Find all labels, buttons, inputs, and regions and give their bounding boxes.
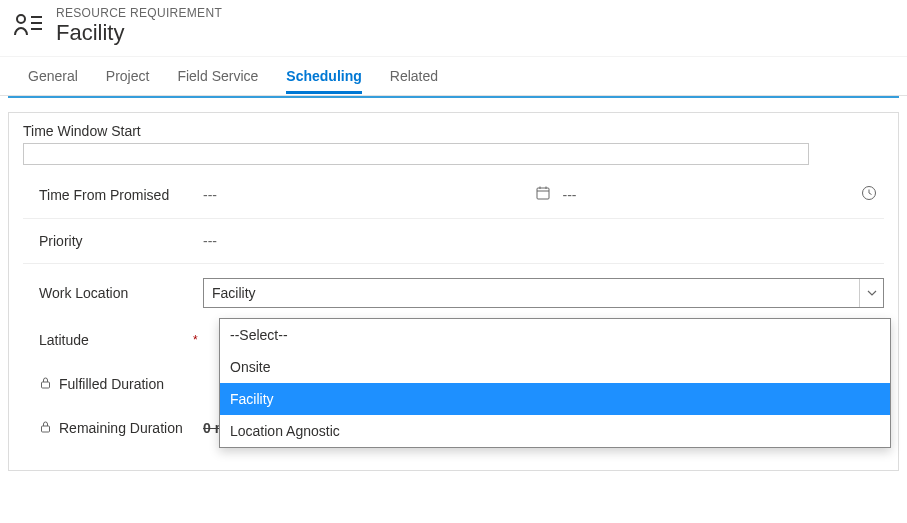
latitude-label-text: Latitude <box>39 332 89 348</box>
remaining-duration-text: Remaining Duration <box>59 420 183 436</box>
tab-field-service[interactable]: Field Service <box>177 58 258 94</box>
row-time-from-promised: Time From Promised --- --- <box>23 171 884 219</box>
form-panel: Time Window Start Time From Promised ---… <box>8 112 899 471</box>
row-priority: Priority --- <box>23 219 884 264</box>
work-location-label: Work Location <box>23 285 203 301</box>
tab-underline <box>8 96 899 98</box>
work-location-option-onsite[interactable]: Onsite <box>220 351 890 383</box>
work-location-option-location-agnostic[interactable]: Location Agnostic <box>220 415 890 447</box>
priority-label: Priority <box>23 233 203 249</box>
work-location-dropdown[interactable]: --Select-- Onsite Facility Location Agno… <box>219 318 891 448</box>
latitude-label: Latitude * <box>23 332 203 348</box>
row-work-location: Work Location Facility <box>23 264 884 318</box>
page-title: Facility <box>56 20 222 46</box>
work-location-option-select[interactable]: --Select-- <box>220 319 890 351</box>
time-from-promised-time-value: --- <box>563 187 577 203</box>
required-indicator: * <box>193 333 198 347</box>
time-from-promised-date-value: --- <box>203 187 217 203</box>
work-location-select[interactable]: Facility <box>203 278 884 308</box>
work-location-selected: Facility <box>204 285 859 301</box>
lock-icon <box>39 420 53 436</box>
fulfilled-duration-text: Fulfilled Duration <box>59 376 164 392</box>
clock-icon[interactable] <box>861 185 877 204</box>
tab-project[interactable]: Project <box>106 58 150 94</box>
time-window-start-label: Time Window Start <box>23 123 884 139</box>
chevron-down-icon[interactable] <box>859 279 883 307</box>
resource-requirement-icon <box>12 9 44 44</box>
remaining-duration-label: Remaining Duration <box>23 420 203 436</box>
time-from-promised-label: Time From Promised <box>23 187 203 203</box>
svg-point-0 <box>17 15 25 23</box>
time-window-start-input[interactable] <box>23 143 809 165</box>
tab-scheduling[interactable]: Scheduling <box>286 58 361 94</box>
tab-related[interactable]: Related <box>390 58 438 94</box>
priority-value: --- <box>203 233 884 249</box>
page-header: RESOURCE REQUIREMENT Facility <box>0 0 907 56</box>
fulfilled-duration-label: Fulfilled Duration <box>23 376 203 392</box>
svg-rect-9 <box>42 382 50 388</box>
tab-general[interactable]: General <box>28 58 78 94</box>
work-location-option-facility[interactable]: Facility <box>220 383 890 415</box>
calendar-icon[interactable] <box>535 185 551 204</box>
tab-bar: General Project Field Service Scheduling… <box>0 56 907 96</box>
breadcrumb: RESOURCE REQUIREMENT <box>56 6 222 20</box>
svg-rect-4 <box>537 188 549 199</box>
lock-icon <box>39 376 53 392</box>
svg-rect-10 <box>42 426 50 432</box>
